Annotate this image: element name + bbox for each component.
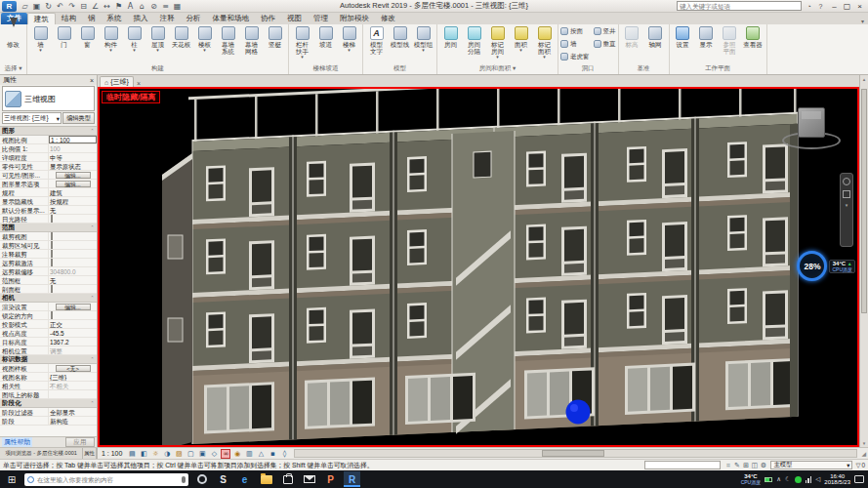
view-tab-3d[interactable]: ⌂ {三维} xyxy=(100,76,134,87)
constraints-icon[interactable]: ▪ xyxy=(268,449,277,459)
section-icon[interactable]: ⊘ xyxy=(148,1,159,12)
tool-标高[interactable]: 标高 xyxy=(621,25,643,48)
type-selector[interactable]: 三维视图 xyxy=(2,86,95,111)
steering-wheel-icon[interactable] xyxy=(843,178,850,185)
tool-墙[interactable]: 墙▾ xyxy=(29,25,52,53)
horizontal-scrollbar[interactable] xyxy=(294,449,857,458)
checkbox[interactable] xyxy=(51,250,53,258)
tool-房间分隔[interactable]: 房间 分隔 xyxy=(463,25,485,55)
ribbon-tab-分析[interactable]: 分析 xyxy=(181,13,207,24)
viewport[interactable]: 临时隐藏/隔离 ▾ 28% 34°C ▲ CPU温度 xyxy=(98,87,859,447)
tool-按面[interactable]: 按面 xyxy=(560,25,590,36)
property-value[interactable] xyxy=(49,232,97,240)
collapse-icon[interactable]: ˆ xyxy=(91,295,94,302)
tool-轴网[interactable]: 轴网 xyxy=(644,25,667,48)
checkbox[interactable] xyxy=(51,232,53,240)
property-value[interactable] xyxy=(49,241,97,249)
property-section-相机[interactable]: 相机ˆ xyxy=(0,294,97,303)
property-value[interactable]: -45.5 xyxy=(49,329,97,337)
tool-面积[interactable]: 面积▾ xyxy=(510,25,532,53)
powerpoint-icon[interactable]: P xyxy=(322,471,339,487)
temporary-view-properties-icon[interactable]: ▥ xyxy=(244,449,254,459)
print-icon[interactable]: ⊟ xyxy=(78,1,89,12)
edit-button[interactable]: 编辑... xyxy=(56,181,91,187)
scroll-down-icon[interactable]: ▾ xyxy=(860,440,868,446)
edit-button[interactable]: <无> xyxy=(56,365,91,372)
property-section-阶段化[interactable]: 阶段化ˆ xyxy=(0,399,97,408)
tray-cpu-temp[interactable]: 34°C CPU温度 xyxy=(741,473,762,485)
unlocked-view-icon[interactable]: ◇ xyxy=(209,449,219,459)
default-3d-view-icon[interactable]: ⌂ xyxy=(137,1,147,12)
ribbon-tab-插入[interactable]: 插入 xyxy=(128,13,154,24)
property-value[interactable]: 新构造 xyxy=(49,417,97,425)
tool-楼板[interactable]: 楼板▾ xyxy=(193,25,216,53)
checkbox[interactable] xyxy=(51,285,53,293)
view-scale-button[interactable]: 1 : 100 xyxy=(98,450,126,457)
tool-模型线[interactable]: 模型线 xyxy=(389,25,411,48)
panel-label-0[interactable]: 选择 ▾ xyxy=(2,63,24,74)
tool-天花板[interactable]: 天花板 xyxy=(170,25,192,48)
property-value[interactable]: 全部显示 xyxy=(49,408,97,416)
tool-幕墙系统[interactable]: 幕墙 系统 xyxy=(217,25,239,55)
tool-墙[interactable]: 墙 xyxy=(560,38,590,49)
tool-屋顶[interactable]: 屋顶▾ xyxy=(146,25,169,53)
ribbon-tab-管理[interactable]: 管理 xyxy=(308,13,334,24)
switch-windows-icon[interactable]: ▦ xyxy=(172,1,183,12)
tool-修改[interactable]: 修改 xyxy=(2,25,24,48)
ribbon-tab-视图[interactable]: 视图 xyxy=(281,13,308,24)
start-button[interactable]: ⊞ xyxy=(4,474,20,485)
tool-模型组[interactable]: 模型组▾ xyxy=(412,25,434,53)
taskbar-search[interactable] xyxy=(24,473,188,486)
edit-button[interactable]: 编辑... xyxy=(56,172,91,179)
horizontal-scroll-thumb[interactable] xyxy=(542,450,603,457)
apply-button[interactable]: 应用 xyxy=(65,437,95,447)
tool-窗[interactable]: 窗 xyxy=(76,25,99,48)
ribbon-tab-系统[interactable]: 系统 xyxy=(102,13,128,24)
checkbox[interactable] xyxy=(51,215,53,223)
text-icon[interactable]: A xyxy=(125,1,136,12)
cortana-app-icon[interactable] xyxy=(193,471,210,487)
property-value[interactable] xyxy=(49,215,97,223)
tool-查看器[interactable]: 查看器 xyxy=(742,25,765,48)
infocenter-search-input[interactable] xyxy=(680,3,799,10)
show-hidden-icons-chevron[interactable]: ∧ xyxy=(776,475,781,483)
property-value[interactable] xyxy=(49,250,97,258)
design-option-combo[interactable]: 主模型 ▾ xyxy=(770,461,852,469)
ribbon-tab-建筑[interactable]: 建筑 xyxy=(27,13,56,24)
project-browser-tab[interactable]: 项目浏览器 - 多层住宅楼.0001 xyxy=(0,448,83,459)
collapse-icon[interactable]: ˆ xyxy=(91,128,94,135)
property-value[interactable]: 建筑 xyxy=(49,188,97,196)
infocenter-search[interactable] xyxy=(677,1,802,11)
ribbon-tab-协作[interactable]: 协作 xyxy=(255,13,281,24)
property-section-范围[interactable]: 范围ˆ xyxy=(0,224,97,232)
edge-browser-icon[interactable]: e xyxy=(236,471,253,487)
visual-style-icon[interactable]: ◧ xyxy=(139,449,148,459)
detail-level-icon[interactable]: ▤ xyxy=(127,449,137,459)
property-value[interactable]: 中等 xyxy=(49,153,97,161)
tool-楼梯[interactable]: 楼梯▾ xyxy=(338,25,360,53)
exclude-options-icon[interactable]: ◫ xyxy=(750,462,759,469)
crop-region-icon[interactable]: ▣ xyxy=(197,449,207,459)
worksharing-icon[interactable]: ⌗ xyxy=(723,462,732,469)
background-process-icon[interactable]: ⚙ xyxy=(759,462,767,469)
properties-tab[interactable]: 属性 xyxy=(83,448,97,459)
view-cube[interactable] xyxy=(781,104,844,159)
panel-label-7[interactable]: 工作平面 xyxy=(672,63,765,74)
property-value[interactable]: 1 : 100 xyxy=(49,136,97,143)
vertical-scrollbar[interactable]: ▴ ▾ xyxy=(859,75,868,447)
save-icon[interactable]: ▣ xyxy=(31,1,42,12)
restore-button[interactable]: ▢ xyxy=(841,1,853,12)
crop-view-icon[interactable]: ▢ xyxy=(186,449,195,459)
property-value[interactable] xyxy=(49,285,97,293)
ribbon-tab-注释[interactable]: 注释 xyxy=(154,13,181,24)
mail-icon[interactable] xyxy=(301,471,317,487)
collapse-icon[interactable]: ˆ xyxy=(91,400,94,407)
taskbar-search-input[interactable] xyxy=(37,476,179,483)
battery-icon[interactable] xyxy=(765,477,772,482)
tool-柱[interactable]: 柱▾ xyxy=(123,25,145,53)
undo-icon[interactable]: ↶ xyxy=(55,1,65,12)
panel-label-3[interactable]: 模型 xyxy=(365,63,434,74)
resize-grip-icon[interactable]: ◢ xyxy=(861,450,868,457)
tool-幕墙网格[interactable]: 幕墙 网格 xyxy=(240,25,263,55)
scroll-up-icon[interactable]: ▴ xyxy=(860,76,868,82)
